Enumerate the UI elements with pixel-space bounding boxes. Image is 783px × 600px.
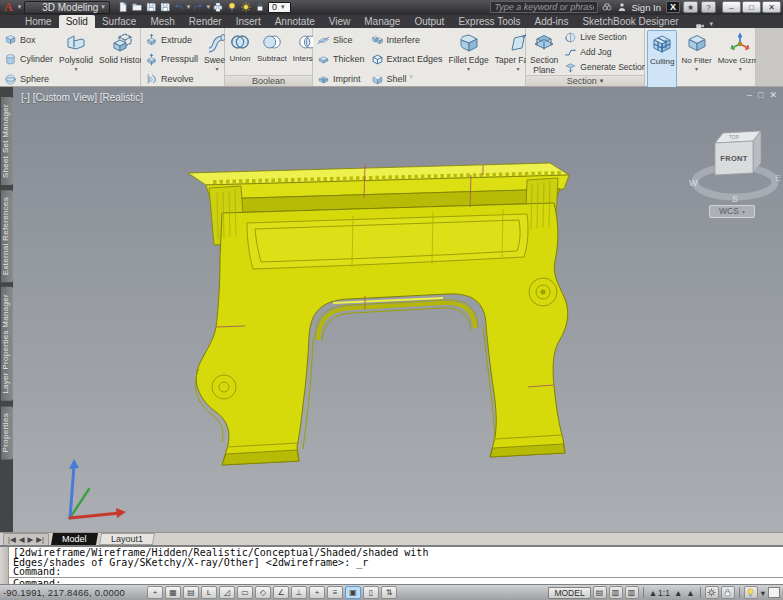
bulb-icon[interactable] (226, 1, 238, 13)
isolate-icon[interactable] (744, 586, 758, 599)
object-snap-tracking-toggle[interactable]: ∠ (273, 586, 289, 599)
workspace-gear-icon[interactable] (705, 586, 719, 599)
transparency-toggle[interactable]: ▣ (345, 586, 361, 599)
culling-button[interactable]: Culling (647, 30, 677, 89)
wcs-selector[interactable]: WCS ▾ (709, 205, 755, 218)
annotation-scale-button[interactable]: ▲ 1:1 (648, 588, 671, 598)
polar-tracking-toggle[interactable]: ◿ (219, 586, 235, 599)
tab-express-tools[interactable]: Express Tools (451, 15, 527, 28)
palette-tab-external-references[interactable]: External References (1, 190, 13, 282)
tab-output[interactable]: Output (407, 15, 451, 28)
tab-surface[interactable]: Surface (95, 15, 143, 28)
panel-title-section[interactable]: Section ▾ (526, 75, 644, 86)
open-icon[interactable] (131, 1, 143, 13)
tab-sketchbook-designer[interactable]: SketchBook Designer (575, 15, 685, 28)
tab-model[interactable]: Model (51, 533, 98, 545)
ortho-mode-toggle[interactable]: L (201, 586, 217, 599)
status-menu-icon[interactable]: ▾ (760, 588, 766, 598)
redo-icon[interactable] (192, 1, 204, 13)
union-button[interactable]: Union (227, 30, 253, 75)
tab-insert[interactable]: Insert (229, 15, 268, 28)
selection-cycling-toggle[interactable]: ⇅ (381, 586, 397, 599)
app-logo[interactable]: A (2, 1, 15, 13)
fireplace-model[interactable] (188, 163, 569, 465)
quick-properties-toggle[interactable]: ▯ (363, 586, 379, 599)
tab-render[interactable]: Render (182, 15, 229, 28)
dwg-restore-icon[interactable]: □ (758, 90, 763, 100)
ann-vis-icon[interactable]: ▲ (673, 588, 683, 598)
slice-button[interactable]: Slice (315, 33, 367, 47)
ann-auto-icon[interactable]: ▲ (685, 588, 695, 598)
app-menu-caret-icon[interactable]: ▾ (18, 3, 22, 11)
add-jog-button[interactable]: Add Jog (562, 45, 648, 59)
no-filter-button[interactable]: No Filter ▾ (679, 30, 713, 89)
tab-layout1[interactable]: Layout1 (98, 533, 154, 545)
tab-manage[interactable]: Manage (357, 15, 407, 28)
dynamic-input-toggle[interactable]: + (309, 586, 325, 599)
extract-edges-button[interactable]: Extract Edges (369, 52, 445, 66)
exchange-apps-button[interactable]: X (666, 1, 680, 13)
palette-tab-properties[interactable]: Properties (1, 406, 13, 459)
sphere-button[interactable]: Sphere (2, 72, 55, 86)
presspull-button[interactable]: Presspull (143, 52, 200, 66)
nav-next-icon[interactable]: ▶ (28, 535, 34, 544)
palette-tab-layer-properties-manager[interactable]: Layer Properties Manager (1, 287, 13, 401)
layer-selector[interactable]: 0 ▾ (268, 2, 292, 13)
status-lock-icon[interactable] (721, 586, 735, 599)
dwg-min-icon[interactable]: – (747, 90, 752, 100)
viewcube[interactable]: W S E TOP FRONT (689, 131, 781, 204)
dwg-close-icon[interactable]: ✕ (769, 90, 777, 100)
box-button[interactable]: Box (2, 33, 55, 47)
undo-icon[interactable] (173, 1, 185, 13)
app-close-icon[interactable]: ✕ (762, 1, 781, 13)
video-caret-icon[interactable]: ▾ (710, 20, 714, 28)
tab-annotate[interactable]: Annotate (268, 15, 322, 28)
thicken-button[interactable]: Thicken (315, 52, 367, 66)
qv-layouts-icon[interactable]: ▥ (609, 586, 623, 599)
save-as-icon[interactable] (159, 1, 171, 13)
subtract-button[interactable]: Subtract (255, 30, 289, 75)
print-icon[interactable] (212, 1, 224, 13)
tab-view[interactable]: View (322, 15, 358, 28)
app-restore-icon[interactable]: □ (742, 1, 761, 13)
signin-icon[interactable] (616, 1, 628, 13)
paper-space-icon[interactable]: ▤ (593, 586, 607, 599)
app-min-icon[interactable]: – (722, 1, 741, 13)
tab-home[interactable]: Home (18, 15, 59, 28)
lock-ui-icon[interactable] (254, 1, 266, 13)
shell-button[interactable]: Shell▾ (369, 72, 445, 86)
search-icon[interactable] (601, 1, 613, 13)
cylinder-button[interactable]: Cylinder (2, 52, 55, 66)
sign-in-label[interactable]: Sign In (631, 2, 661, 13)
redo-caret-icon[interactable]: ▾ (206, 3, 210, 11)
save-icon[interactable] (145, 1, 157, 13)
command-window[interactable]: [2dwireframe/Wireframe/Hidden/Realistic/… (0, 545, 783, 584)
extrude-button[interactable]: Extrude (143, 33, 200, 47)
sun-icon[interactable] (240, 1, 252, 13)
snap-mode-toggle[interactable]: ▦ (165, 586, 181, 599)
dynamic-ucs-toggle[interactable]: ⊥ (291, 586, 307, 599)
help-icon[interactable]: ? (701, 1, 716, 13)
fillet-edge-button[interactable]: Fillet Edge ▾ (447, 30, 491, 89)
section-plane-button[interactable]: Section Plane (528, 30, 560, 75)
search-input[interactable] (490, 1, 598, 13)
polysolid-button[interactable]: Polysolid ▾ (57, 30, 95, 89)
tab-solid[interactable]: Solid (59, 15, 95, 28)
favorites-icon[interactable]: ★ (683, 1, 698, 13)
interfere-button[interactable]: Interfere (369, 33, 445, 47)
tab-mesh[interactable]: Mesh (143, 15, 181, 28)
palette-tab-sheet-set-manager[interactable]: Sheet Set Manager (1, 97, 13, 185)
model-space-button[interactable]: MODEL (548, 587, 590, 599)
nav-first-icon[interactable]: |◀ (8, 535, 16, 544)
layout-nav[interactable]: |◀ ◀ ▶ ▶| (3, 533, 49, 546)
new-icon[interactable] (117, 1, 129, 13)
live-section-button[interactable]: Live Section (562, 30, 648, 44)
revolve-button[interactable]: Revolve (143, 72, 200, 86)
workspace-switcher[interactable]: 3D Modeling ▾ (24, 1, 110, 14)
qv-drawings-icon[interactable]: ▥ (625, 586, 639, 599)
nav-prev-icon[interactable]: ◀ (19, 535, 25, 544)
lineweight-toggle[interactable]: ≡ (327, 586, 343, 599)
undo-caret-icon[interactable]: ▾ (187, 3, 191, 11)
grid-display-toggle[interactable]: ▤ (183, 586, 199, 599)
viewport-controls-label[interactable]: [-] [Custom View] [Realistic] (21, 92, 143, 103)
